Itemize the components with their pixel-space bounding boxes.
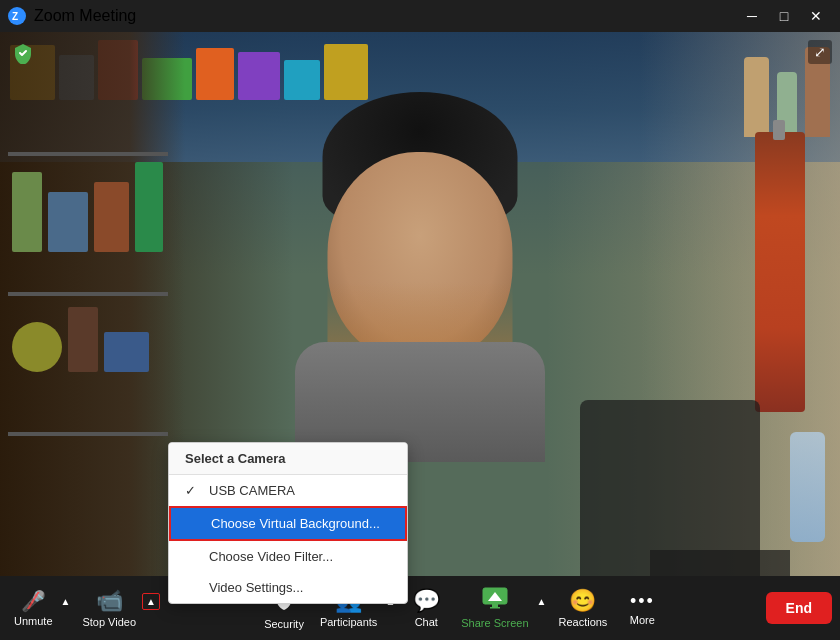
shelf-divider-3 [8, 432, 168, 436]
shelf-divider-1 [8, 152, 168, 156]
video-settings-option[interactable]: Video Settings... [169, 572, 407, 603]
chat-label: Chat [415, 616, 438, 628]
choose-video-filter-option[interactable]: Choose Video Filter... [169, 541, 407, 572]
video-icon: 📹 [96, 588, 123, 614]
person-silhouette [270, 92, 570, 462]
video-area: ⤢ 🎤 David Wijaya [0, 32, 840, 640]
bottle-1 [744, 57, 769, 137]
unmute-arrow-button[interactable]: ▲ [59, 592, 73, 611]
item-box-2 [104, 332, 149, 372]
camera-option-usb[interactable]: ✓ USB CAMERA [169, 475, 407, 506]
unmute-label: Unmute [14, 615, 53, 627]
share-screen-icon [482, 587, 508, 615]
reactions-label: Reactions [558, 616, 607, 628]
security-label: Security [264, 618, 304, 630]
item-mid-2 [94, 182, 129, 252]
context-menu-header: Select a Camera [169, 443, 407, 475]
toolbar: 🎤⁄ Unmute ▲ 📹 Stop Video ▲ [0, 576, 840, 640]
unmute-button[interactable]: 🎤⁄ Unmute [8, 585, 59, 631]
hanging-item [755, 132, 805, 412]
stop-video-group: 📹 Stop Video ▲ [76, 584, 160, 632]
zoom-logo-icon: Z [8, 7, 26, 25]
window-title: Zoom Meeting [34, 7, 136, 25]
unmute-group: 🎤⁄ Unmute ▲ [8, 585, 72, 631]
camera-option-label: USB CAMERA [209, 483, 295, 498]
item-round [12, 322, 62, 372]
shield-icon [12, 42, 34, 64]
minimize-button[interactable]: ─ [736, 0, 768, 32]
svg-text:Z: Z [12, 11, 18, 22]
item-mid-1 [48, 192, 88, 252]
title-bar-controls: ─ □ ✕ [736, 0, 832, 32]
hook [773, 120, 785, 140]
left-shelf-row-2 [12, 307, 149, 372]
toolbar-right: End [766, 592, 832, 624]
video-arrow-button[interactable]: ▲ [142, 593, 160, 610]
reactions-button[interactable]: 😊 Reactions [552, 584, 613, 632]
more-button[interactable]: ••• More [617, 587, 667, 630]
choose-virtual-bg-option[interactable]: Choose Virtual Background... [169, 506, 407, 541]
shield-badge [12, 42, 34, 68]
stop-video-button[interactable]: 📹 Stop Video [76, 584, 142, 632]
maximize-button[interactable]: □ [768, 0, 800, 32]
expand-button[interactable]: ⤢ [808, 40, 832, 64]
reactions-icon: 😊 [569, 588, 596, 614]
item-box-1 [68, 307, 98, 372]
video-settings-label: Video Settings... [209, 580, 303, 595]
svg-rect-5 [490, 607, 500, 609]
check-icon: ✓ [185, 483, 201, 498]
water-bottle [790, 432, 825, 542]
share-screen-label: Share Screen [461, 617, 528, 629]
end-button[interactable]: End [766, 592, 832, 624]
toolbar-left: 🎤⁄ Unmute ▲ 📹 Stop Video ▲ [8, 584, 160, 632]
item-tall-2 [135, 162, 163, 252]
svg-rect-4 [492, 604, 498, 607]
item-tall-1 [12, 172, 42, 252]
share-arrow-button[interactable]: ▲ [535, 592, 549, 611]
camera-context-menu: Select a Camera ✓ USB CAMERA Choose Virt… [168, 442, 408, 604]
box-5 [196, 48, 234, 100]
shelf-divider-2 [8, 292, 168, 296]
chat-button[interactable]: 💬 Chat [401, 584, 451, 632]
microphone-muted-icon: 🎤⁄ [21, 589, 46, 613]
chat-icon: 💬 [413, 588, 440, 614]
title-bar: Z Zoom Meeting ─ □ ✕ [0, 0, 840, 32]
title-bar-left: Z Zoom Meeting [8, 7, 136, 25]
virtual-bg-label: Choose Virtual Background... [211, 516, 380, 531]
left-shelf-row-1 [12, 162, 163, 252]
share-screen-group: Share Screen ▲ [455, 583, 548, 633]
video-filter-label: Choose Video Filter... [209, 549, 333, 564]
share-screen-button[interactable]: Share Screen [455, 583, 534, 633]
participants-label: Participants [320, 616, 377, 628]
more-label: More [630, 614, 655, 626]
more-icon: ••• [630, 591, 655, 612]
stop-video-label: Stop Video [82, 616, 136, 628]
close-button[interactable]: ✕ [800, 0, 832, 32]
